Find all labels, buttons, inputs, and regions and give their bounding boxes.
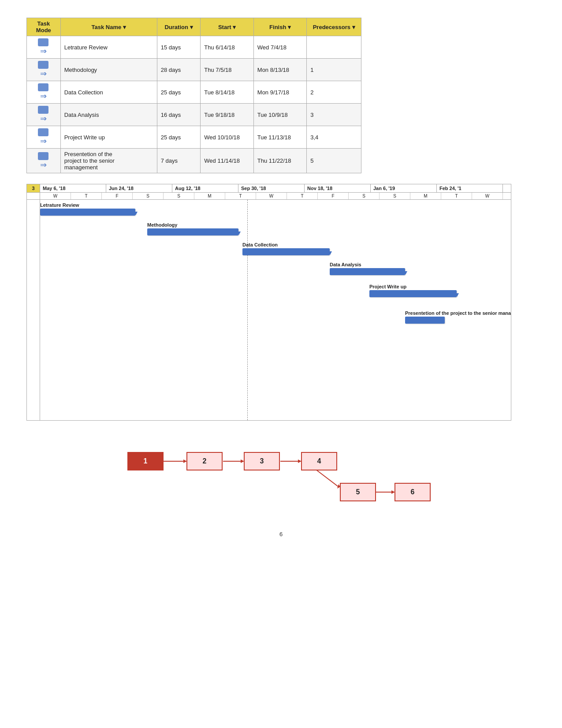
table-row: ⇒Presentetion of the project to the seni…: [27, 149, 361, 173]
col-header-duration: Duration ▾: [157, 18, 201, 36]
gantt-bar: [40, 209, 135, 216]
chart-date-block: Feb 24, '1: [437, 184, 503, 192]
task-mode-icon: ⇒: [27, 104, 61, 126]
gantt-bar-arrow: ▼: [327, 249, 333, 256]
task-duration-cell: 25 days: [157, 81, 201, 104]
task-mode-icon: ⇒: [27, 36, 61, 59]
gantt-bar-arrow: ▼: [402, 269, 409, 276]
nd-label-4: 4: [317, 457, 321, 465]
chart-week-cells: WTFSSMTWTFSSMTW: [40, 193, 511, 199]
task-finish-cell: Wed 7/4/18: [253, 36, 306, 59]
table-row: ⇒Data Analysis16 daysTue 9/18/18Tue 10/9…: [27, 104, 361, 126]
nd-label-6: 6: [410, 488, 414, 496]
task-start-cell: Wed 10/10/18: [201, 126, 253, 149]
task-predecessors-cell: 1: [307, 59, 361, 81]
chart-date-block: Jun 24, '18: [106, 184, 172, 192]
chart-week-cell: S: [164, 193, 194, 199]
gantt-bar-label: Methodology: [147, 222, 177, 228]
chart-week-cell: S: [133, 193, 164, 199]
gantt-chart: 3 May 6, '18Jun 24, '18Aug 12, '18Sep 30…: [26, 184, 511, 421]
table-row: ⇒Data Collection25 daysTue 8/14/18Mon 9/…: [27, 81, 361, 104]
chart-week-cell: W: [256, 193, 287, 199]
chart-date-block: Nov 18, '18: [305, 184, 371, 192]
network-diagram: 1 2 3 4 5 6: [127, 438, 435, 513]
task-name-cell: Data Collection: [60, 81, 157, 104]
svg-marker-1: [183, 459, 187, 463]
page-number: 6: [26, 531, 536, 538]
chart-week-cell: F: [318, 193, 349, 199]
task-start-cell: Thu 7/5/18: [201, 59, 253, 81]
task-mode-icon: ⇒: [27, 149, 61, 173]
gantt-bar: [330, 268, 405, 275]
task-duration-cell: 16 days: [157, 104, 201, 126]
task-duration-cell: 15 days: [157, 36, 201, 59]
gantt-table: TaskMode Task Name ▾ Duration ▾ Start ▾ …: [26, 18, 361, 173]
col-header-mode: TaskMode: [27, 18, 61, 36]
svg-marker-3: [241, 459, 244, 463]
task-name-cell: Presentetion of the project to the senio…: [60, 149, 157, 173]
task-finish-cell: Tue 11/13/18: [253, 126, 306, 149]
nd-label-5: 5: [356, 488, 360, 496]
chart-week-cell: M: [194, 193, 225, 199]
task-mode-icon: ⇒: [27, 126, 61, 149]
table-row: ⇒Letrature Review15 daysThu 6/14/18Wed 7…: [27, 36, 361, 59]
chart-week-cell: W: [40, 193, 71, 199]
nd-label-3: 3: [260, 457, 264, 465]
task-start-cell: Tue 8/14/18: [201, 81, 253, 104]
chart-week-cell: W: [472, 193, 503, 199]
gantt-bar-arrow: ▼: [236, 229, 242, 236]
chart-date-block: May 6, '18: [40, 184, 106, 192]
gantt-bar-arrow: ▼: [133, 209, 139, 217]
chart-week-row: WTFSSMTWTFSSMTW: [27, 193, 511, 200]
task-duration-cell: 25 days: [157, 126, 201, 149]
task-predecessors-cell: 3: [307, 104, 361, 126]
chart-date-block: Aug 12, '18: [172, 184, 238, 192]
chart-body-left: [27, 200, 40, 420]
nd-label-1: 1: [143, 457, 147, 465]
task-finish-cell: Thu 11/22/18: [253, 149, 306, 173]
chart-body: Letrature Review▼Methodology▼Data Collec…: [27, 200, 511, 420]
task-finish-cell: Tue 10/9/18: [253, 104, 306, 126]
svg-marker-9: [391, 490, 395, 494]
gantt-bar: [147, 228, 238, 235]
table-row: ⇒Methodology28 daysThu 7/5/18Mon 8/13/18…: [27, 59, 361, 81]
task-predecessors-cell: 5: [307, 149, 361, 173]
task-mode-icon: ⇒: [27, 81, 61, 104]
chart-date-block: Jan 6, '19: [371, 184, 437, 192]
task-predecessors-cell: [307, 36, 361, 59]
task-duration-cell: 28 days: [157, 59, 201, 81]
gantt-bar: [369, 290, 457, 297]
col-header-start: Start ▾: [201, 18, 253, 36]
task-finish-cell: Mon 9/17/18: [253, 81, 306, 104]
chart-week-cell: T: [71, 193, 102, 199]
task-duration-cell: 7 days: [157, 149, 201, 173]
chart-dates: May 6, '18Jun 24, '18Aug 12, '18Sep 30, …: [40, 184, 511, 192]
chart-date-block: Sep 30, '18: [238, 184, 305, 192]
task-name-cell: Methodology: [60, 59, 157, 81]
chart-week-cell: T: [287, 193, 318, 199]
chart-week-cell: T: [225, 193, 256, 199]
gantt-bar-label: Data Analysis: [330, 262, 361, 267]
task-predecessors-cell: 2: [307, 81, 361, 104]
chart-date-header: 3 May 6, '18Jun 24, '18Aug 12, '18Sep 30…: [27, 184, 511, 193]
chart-header-num: 3: [27, 184, 40, 192]
vertical-dashed-line: [247, 200, 248, 420]
svg-line-6: [316, 470, 339, 487]
table-header-row: TaskMode Task Name ▾ Duration ▾ Start ▾ …: [27, 18, 361, 36]
task-mode-icon: ⇒: [27, 59, 61, 81]
task-name-cell: Letrature Review: [60, 36, 157, 59]
gantt-bar-arrow: ▼: [454, 291, 460, 298]
gantt-bar-label: Project Write up: [369, 284, 406, 289]
chart-week-left: [27, 193, 40, 199]
task-finish-cell: Mon 8/13/18: [253, 59, 306, 81]
chart-week-cell: S: [380, 193, 410, 199]
gantt-bar: [405, 317, 445, 324]
task-predecessors-cell: 3,4: [307, 126, 361, 149]
chart-week-cell: M: [410, 193, 441, 199]
col-header-taskname: Task Name ▾: [60, 18, 157, 36]
gantt-bar-label: Presentetion of the project to the senio…: [405, 310, 511, 316]
gantt-bar-label: Letrature Review: [40, 202, 79, 208]
task-start-cell: Thu 6/14/18: [201, 36, 253, 59]
task-start-cell: Wed 11/14/18: [201, 149, 253, 173]
chart-body-area: Letrature Review▼Methodology▼Data Collec…: [40, 200, 511, 420]
